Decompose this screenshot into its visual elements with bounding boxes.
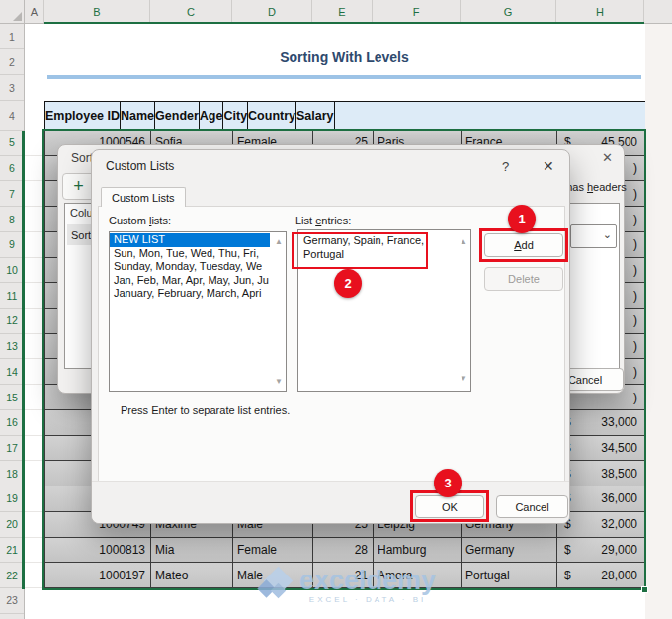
table-header-cell[interactable]: Name	[121, 102, 155, 131]
salary-cell[interactable]: $36,000	[557, 486, 645, 512]
column-header[interactable]: A	[25, 0, 44, 23]
table-header-cell[interactable]: Employee ID	[45, 102, 121, 131]
row-header[interactable]: 7	[0, 181, 24, 207]
add-button[interactable]: Add	[484, 233, 563, 257]
close-icon[interactable]: ✕	[543, 158, 554, 174]
column-header[interactable]: F	[373, 0, 461, 23]
tab-custom-lists[interactable]: Custom Lists	[101, 187, 186, 207]
column-header[interactable]: H	[556, 0, 644, 23]
column-header[interactable]: D	[232, 0, 312, 23]
employee-id-cell[interactable]: 1000197	[45, 563, 151, 588]
table-header-cell[interactable]: City	[223, 102, 248, 131]
custom-lists-listbox[interactable]: ▲ ▼ NEW LISTSun, Mon, Tue, Wed, Thu, Fri…	[109, 231, 287, 392]
age-cell[interactable]: 28	[313, 538, 374, 564]
gender-cell[interactable]: Female	[233, 538, 313, 564]
salary-cell[interactable]: $32,000	[557, 512, 645, 538]
row-number: 23	[6, 594, 18, 606]
row-header[interactable]: 2	[0, 49, 24, 75]
sheet-title: Sorting With Levels	[44, 49, 644, 65]
scroll-down-icon[interactable]: ▼	[460, 372, 467, 386]
scroll-down-icon[interactable]: ▼	[275, 377, 283, 386]
header-label: Country	[248, 109, 295, 123]
row-header[interactable]: 18	[0, 461, 24, 486]
row-number: 16	[6, 416, 18, 428]
row-header[interactable]: 3	[0, 75, 24, 101]
row-header[interactable]: 23	[0, 588, 24, 614]
fill-handle[interactable]	[641, 586, 648, 593]
salary-cell[interactable]: $38,500	[557, 461, 645, 486]
salary-cell[interactable]: $34,500	[557, 436, 645, 462]
name-cell[interactable]: Mateo	[151, 563, 233, 588]
country-cell[interactable]: Germany	[462, 538, 557, 564]
order-dropdown[interactable]: ⌄	[570, 224, 617, 248]
gender-cell[interactable]: Male	[233, 563, 313, 588]
row-header[interactable]: 21	[0, 538, 24, 564]
header-label: Gender	[155, 109, 199, 123]
row-header[interactable]: 14	[0, 359, 24, 385]
row-header[interactable]: 13	[0, 334, 24, 360]
row-header[interactable]: 19	[0, 486, 24, 512]
row-header[interactable]: 9	[0, 232, 24, 258]
table-header-cell[interactable]: Gender	[155, 102, 200, 131]
scroll-up-icon[interactable]: ▲	[460, 235, 467, 249]
salary-value: )	[633, 213, 637, 226]
row-header[interactable]: 20	[0, 512, 24, 538]
row-header[interactable]: 16	[0, 410, 24, 436]
scroll-up-icon[interactable]: ▲	[275, 237, 283, 246]
row-header[interactable]: 8	[0, 207, 24, 232]
table-header-cell[interactable]: Age	[200, 102, 224, 131]
salary-cell[interactable]: $33,000	[557, 410, 645, 436]
row-header[interactable]: 6	[0, 156, 24, 182]
sort-dialog-title: Sort	[71, 151, 93, 165]
table-row: 1000197 Mateo Male 21 Amora Portugal $28…	[45, 563, 645, 588]
delete-button[interactable]: Delete	[484, 267, 563, 291]
name-cell[interactable]: Mia	[151, 538, 233, 564]
row-header[interactable]: 11	[0, 283, 24, 309]
employee-id-cell[interactable]: 1000813	[45, 538, 151, 564]
list-item[interactable]: Jan, Feb, Mar, Apr, May, Jun, Ju	[110, 274, 270, 288]
row-header[interactable]: 4	[0, 101, 24, 131]
row-header[interactable]: 10	[0, 258, 24, 284]
column-header[interactable]: B	[44, 0, 150, 23]
name: Mia	[155, 543, 174, 557]
city-cell[interactable]: Hamburg	[374, 538, 462, 564]
tab-page: Custom lists: List entries: ▲ ▼ NEW LIST…	[98, 206, 565, 483]
entries-line: Portugal	[303, 247, 453, 261]
salary-cell[interactable]: $29,000	[557, 538, 645, 564]
country-cell[interactable]: Portugal	[462, 563, 557, 588]
column-header[interactable]: G	[461, 0, 556, 23]
salary-value: )	[633, 339, 637, 353]
help-icon[interactable]: ?	[502, 159, 509, 174]
employee-id: 1000813	[99, 543, 145, 557]
row-header[interactable]: 12	[0, 309, 24, 334]
table-header-row: Employee IDNameGenderAgeCityCountrySalar…	[44, 101, 645, 131]
row-header[interactable]: 5	[0, 131, 24, 156]
select-all-corner[interactable]	[0, 0, 25, 24]
column-letter: E	[338, 6, 345, 18]
list-item[interactable]: Sun, Mon, Tue, Wed, Thu, Fri,	[110, 247, 270, 261]
row-header[interactable]: 1	[0, 24, 24, 49]
row-header[interactable]: 22	[0, 563, 24, 588]
cancel-button[interactable]: Cancel	[496, 495, 568, 518]
column-header[interactable]: E	[312, 0, 373, 23]
chevron-down-icon: ⌄	[603, 228, 612, 241]
row-number: 17	[6, 442, 18, 454]
salary-cell[interactable]: $28,000	[557, 563, 645, 588]
column-header[interactable]: C	[150, 0, 232, 23]
table-header-cell[interactable]: Country	[248, 102, 296, 131]
list-item[interactable]: Sunday, Monday, Tuesday, We	[110, 260, 270, 274]
row-header[interactable]: 17	[0, 436, 24, 462]
ok-button[interactable]: OK	[415, 495, 484, 518]
list-item[interactable]: NEW LIST	[110, 233, 270, 247]
city-cell[interactable]: Amora	[374, 563, 462, 588]
currency-symbol: $	[564, 569, 571, 582]
table-header-cell[interactable]: Salary	[296, 102, 335, 131]
close-icon[interactable]: ✕	[602, 150, 613, 165]
list-item[interactable]: January, February, March, Apri	[110, 287, 270, 301]
age-cell[interactable]: 21	[313, 563, 374, 588]
list-entries-textbox[interactable]: Germany, Spain, France, Portugal ▲ ▼	[297, 229, 471, 392]
row-number: 5	[9, 136, 15, 148]
row-number: 4	[9, 110, 15, 122]
column-letter: C	[187, 6, 195, 18]
row-header[interactable]: 15	[0, 385, 24, 410]
